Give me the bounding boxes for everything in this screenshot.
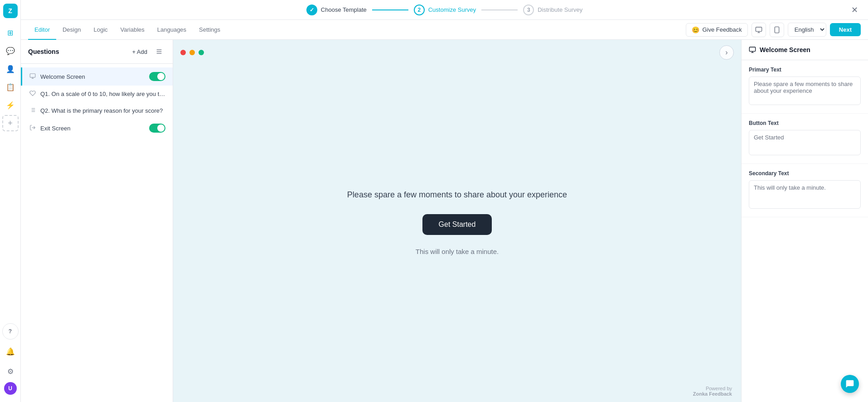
sidebar-item-settings[interactable]: ⚙ <box>2 363 19 379</box>
close-button[interactable]: ✕ <box>848 4 861 16</box>
add-question-button[interactable]: + Add <box>128 47 151 57</box>
language-select[interactable]: English <box>788 23 826 37</box>
dot-green <box>199 50 204 55</box>
wizard-bar: ✓ Choose Template 2 Customize Survey 3 D… <box>21 0 868 20</box>
question-label-exit-screen: Exit Screen <box>40 125 145 132</box>
step-circle-2: 2 <box>414 5 425 15</box>
secondary-text-input[interactable]: This will only take a minute. <box>749 180 861 209</box>
welcome-screen-header-icon <box>749 46 756 53</box>
main-wrapper: ✓ Choose Template 2 Customize Survey 3 D… <box>21 0 868 402</box>
dot-yellow <box>189 50 195 55</box>
toggle-welcome-screen[interactable] <box>149 72 165 81</box>
field-group-primary-text: Primary Text Please spare a few moments … <box>742 60 868 114</box>
wizard-step-customize-survey[interactable]: 2 Customize Survey <box>414 5 476 15</box>
question-icon-welcome <box>29 73 36 81</box>
preview-area: › Please spare a few moments to share ab… <box>173 40 741 402</box>
question-icon-q2 <box>29 107 36 115</box>
right-panel: Welcome Screen Primary Text Please spare… <box>741 40 868 402</box>
question-item-exit-screen[interactable]: Exit Screen <box>21 119 173 137</box>
user-avatar[interactable]: U <box>4 382 17 395</box>
field-group-secondary-text: Secondary Text This will only take a min… <box>742 164 868 217</box>
tab-variables[interactable]: Variables <box>114 20 151 40</box>
body-area: Questions + Add <box>21 40 868 402</box>
toggle-exit-screen[interactable] <box>149 124 165 133</box>
svg-rect-18 <box>749 47 755 51</box>
question-label-q2: Q2. What is the primary reason for your … <box>40 107 165 114</box>
toolbar-tabs: Editor Design Logic Variables Languages … <box>28 20 227 39</box>
preview-toolbar: › <box>173 40 741 65</box>
step-label-1: Choose Template <box>321 6 367 13</box>
right-panel-title: Welcome Screen <box>760 46 810 53</box>
sidebar-item-users[interactable]: 👤 <box>2 61 19 77</box>
wizard-right: ✕ <box>848 4 861 16</box>
feedback-icon: 😊 <box>692 26 699 34</box>
field-label-button-text: Button Text <box>749 120 861 126</box>
question-item-q1[interactable]: Q1. On a scale of 0 to 10, how likely ar… <box>21 86 173 102</box>
question-icon-exit <box>29 124 36 132</box>
tab-logic[interactable]: Logic <box>87 20 114 40</box>
preview-next-button[interactable]: › <box>719 45 734 60</box>
preview-primary-text: Please spare a few moments to share abou… <box>347 190 567 200</box>
next-button[interactable]: Next <box>830 23 861 36</box>
field-label-secondary-text: Secondary Text <box>749 170 861 177</box>
svg-rect-8 <box>30 73 35 77</box>
sidebar-item-notifications[interactable]: 🔔 <box>2 343 19 359</box>
tab-settings[interactable]: Settings <box>193 20 227 40</box>
tab-languages[interactable]: Languages <box>151 20 193 40</box>
wizard-step-choose-template[interactable]: ✓ Choose Template <box>306 5 367 15</box>
step-circle-1: ✓ <box>306 5 317 15</box>
question-icon-q1 <box>29 90 36 98</box>
give-feedback-button[interactable]: 😊 Give Feedback <box>686 23 747 37</box>
questions-panel: Questions + Add <box>21 40 173 402</box>
preview-get-started-button[interactable]: Get Started <box>422 214 492 235</box>
sidebar-item-add[interactable]: + <box>2 115 19 131</box>
reorder-button[interactable] <box>153 45 165 58</box>
feedback-label: Give Feedback <box>702 26 742 33</box>
preview-mobile-button[interactable] <box>770 23 784 37</box>
wizard-steps: ✓ Choose Template 2 Customize Survey 3 D… <box>306 5 582 15</box>
right-panel-header: Welcome Screen <box>742 40 868 60</box>
questions-header: Questions + Add <box>21 40 173 64</box>
sidebar-item-analytics[interactable]: ⚡ <box>2 97 19 113</box>
questions-title: Questions <box>28 48 59 55</box>
question-label-welcome-screen: Welcome Screen <box>40 73 145 80</box>
wizard-step-distribute-survey[interactable]: 3 Distribute Survey <box>523 5 582 15</box>
logo[interactable]: Z <box>3 4 18 18</box>
step-line-2 <box>481 10 518 10</box>
step-label-2: Customize Survey <box>428 6 476 13</box>
questions-list: Welcome Screen Q1. On a scale of 0 to 10… <box>21 64 173 402</box>
step-circle-3: 3 <box>523 5 534 15</box>
preview-secondary-text: This will only take a minute. <box>416 248 499 255</box>
preview-content: Please spare a few moments to share abou… <box>173 65 741 380</box>
tab-editor[interactable]: Editor <box>28 20 56 40</box>
preview-dots <box>180 50 204 55</box>
question-item-q2[interactable]: Q2. What is the primary reason for your … <box>21 102 173 119</box>
primary-text-input[interactable]: Please spare a few moments to share abou… <box>749 77 861 105</box>
field-label-primary-text: Primary Text <box>749 67 861 73</box>
step-label-3: Distribute Survey <box>538 6 582 13</box>
sidebar-item-help[interactable]: ? <box>2 323 19 340</box>
toolbar: Editor Design Logic Variables Languages … <box>21 20 868 40</box>
sidebar-item-home[interactable]: ⊞ <box>2 24 19 41</box>
question-item-welcome-screen[interactable]: Welcome Screen <box>21 67 173 86</box>
sidebar-item-surveys[interactable]: 📋 <box>2 79 19 95</box>
field-group-button-text: Button Text Get Started <box>742 114 868 164</box>
preview-desktop-button[interactable] <box>752 23 766 37</box>
left-sidebar: Z ⊞ 💬 👤 📋 ⚡ + ? 🔔 ⚙ U <box>0 0 21 402</box>
toolbar-right: 😊 Give Feedback English Next <box>686 23 861 37</box>
question-label-q1: Q1. On a scale of 0 to 10, how likely ar… <box>40 91 165 97</box>
powered-by-text: Powered byZonka Feedback <box>693 386 732 397</box>
chat-bubble[interactable] <box>841 375 859 393</box>
tab-design[interactable]: Design <box>56 20 87 40</box>
sidebar-item-messages[interactable]: 💬 <box>2 43 19 59</box>
svg-rect-0 <box>756 27 761 31</box>
dot-red <box>180 50 186 55</box>
step-line-1 <box>372 10 408 10</box>
preview-footer: Powered byZonka Feedback <box>173 380 741 402</box>
button-text-input[interactable]: Get Started <box>749 130 861 155</box>
